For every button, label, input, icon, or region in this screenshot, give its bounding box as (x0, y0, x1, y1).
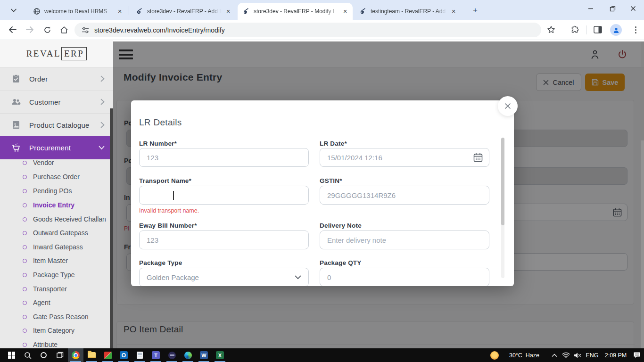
sidebar-item-order[interactable]: Order (0, 67, 113, 90)
modal-close-button[interactable] (498, 96, 518, 116)
browser-tab-2[interactable]: store3dev - RevalERP - Add Inv ✕ (131, 3, 236, 20)
forward-icon (26, 26, 34, 33)
sidebar-subitem-pending-pos[interactable]: Pending POs (0, 184, 110, 198)
sidebar-subitem-purchase-order[interactable]: Purchase Order (0, 170, 110, 184)
new-tab-button[interactable]: + (470, 5, 481, 16)
taskbar: O T W X 30°C Haze ENG 2:09 PM (0, 348, 644, 362)
close-icon (630, 6, 636, 11)
page-scrollbar[interactable] (641, 41, 644, 348)
taskbar-search-button[interactable] (20, 348, 35, 362)
transport-name-input[interactable] (139, 186, 309, 205)
sidebar-item-customer[interactable]: Customer (0, 90, 113, 113)
forward-button[interactable] (24, 23, 37, 36)
start-button[interactable] (4, 348, 19, 362)
transport-name-label: Transport Name* (139, 177, 191, 184)
lr-number-label: LR Number* (139, 140, 177, 147)
clock[interactable]: 2:09 PM (602, 348, 630, 362)
action-center-button[interactable] (631, 348, 643, 362)
globe-icon (33, 8, 41, 15)
subitem-label: Item Category (33, 327, 74, 334)
tab-title: store3dev - RevalERP - Add Inv (147, 8, 222, 15)
window-minimize-button[interactable] (580, 0, 602, 17)
home-button[interactable] (58, 23, 71, 36)
browser-tab-1[interactable]: welcome to Reval HRMS ✕ (28, 3, 127, 20)
window-close-button[interactable] (622, 0, 644, 17)
logo-text-box: ERP (61, 47, 87, 60)
sidebar-subitem-gate-pass-reason[interactable]: Gate Pass Reason (0, 310, 110, 324)
logo-text-main: Reval (26, 49, 61, 59)
sidebar-subitem-outward-gatepass[interactable]: Outward Gatepass (0, 226, 110, 240)
taskbar-notepad-button[interactable] (132, 348, 148, 362)
taskbar-teams-button[interactable]: T (148, 348, 164, 362)
sidebar-subitem-package-type[interactable]: Package Type (0, 268, 110, 282)
sidebar-subitem-agent[interactable]: Agent (0, 296, 110, 310)
taskbar-edge-button[interactable] (180, 348, 196, 362)
lr-date-input[interactable] (320, 148, 489, 167)
volume-button[interactable] (571, 348, 583, 362)
bullet-icon (23, 301, 27, 305)
browser-tab-strip: welcome to Reval HRMS ✕ store3dev - Reva… (0, 0, 644, 20)
sidebar-subitem-transporter[interactable]: Transporter (0, 282, 110, 296)
close-icon (504, 103, 511, 109)
package-type-select[interactable]: Golden Package (139, 268, 309, 286)
bullet-icon (23, 175, 27, 179)
calendar-icon[interactable] (473, 152, 483, 163)
star-icon (547, 25, 555, 34)
back-button[interactable] (6, 23, 19, 36)
refresh-button[interactable] (41, 23, 54, 36)
eway-bill-input[interactable] (139, 230, 309, 249)
sidebar-scrollbar[interactable] (110, 108, 113, 348)
side-panel-button[interactable] (591, 23, 604, 36)
gstin-input[interactable] (320, 186, 489, 205)
taskbar-media-app-button[interactable] (100, 348, 116, 362)
address-bar[interactable]: store3dev.revalweb.com/InvoiceEntry/modi… (74, 23, 541, 37)
taskbar-outlook-button[interactable]: O (116, 348, 132, 362)
tray-expand-button[interactable] (549, 348, 560, 362)
tab-search-button[interactable] (8, 4, 20, 16)
bullet-icon (23, 245, 27, 249)
taskbar-excel-button[interactable]: X (212, 348, 228, 362)
sidebar-subitem-item-category[interactable]: Item Category (0, 323, 110, 337)
window-restore-button[interactable] (602, 0, 623, 17)
package-qty-input[interactable] (320, 268, 489, 286)
wifi-button[interactable] (560, 348, 571, 362)
tab-close-icon[interactable]: ✕ (224, 8, 232, 15)
lr-number-input[interactable] (139, 148, 309, 167)
task-view-button[interactable] (52, 348, 67, 362)
weather-widget[interactable]: 30°C Haze (502, 348, 547, 362)
sidebar-subitem-vendor[interactable]: Vendor (0, 156, 110, 170)
sidebar-subitem-item-master[interactable]: Item Master (0, 254, 110, 268)
lr-details-modal: LR Details LR Number* LR Date* Transport… (131, 100, 514, 286)
tab-close-icon[interactable]: ✕ (341, 8, 349, 15)
tab-close-icon[interactable]: ✕ (450, 8, 457, 15)
delivery-note-input[interactable] (320, 230, 489, 249)
browser-tab-active[interactable]: store3dev - RevalERP - Modify I ✕ (238, 3, 353, 20)
browser-menu-button[interactable] (632, 24, 639, 36)
sidebar-subitem-invoice-entry[interactable]: Invoice Entry (0, 198, 110, 212)
browser-tab-4[interactable]: testingteam - RevalERP - Add V ✕ (355, 3, 461, 20)
modal-title: LR Details (139, 117, 182, 128)
edge-icon (184, 352, 192, 359)
extensions-button[interactable] (568, 23, 581, 36)
weather-icon (488, 348, 501, 362)
profile-avatar[interactable] (610, 24, 622, 36)
sidebar-subitem-goods-received-challan[interactable]: Goods Received Challan (0, 212, 110, 226)
taskbar-chrome-button[interactable] (68, 348, 83, 362)
bookmark-button[interactable] (545, 23, 558, 36)
taskbar-word-button[interactable]: W (196, 348, 212, 362)
tab-separator (129, 6, 129, 15)
chevron-right-icon (100, 122, 105, 128)
puzzle-icon (570, 25, 579, 34)
chevron-up-icon (552, 354, 557, 357)
language-indicator[interactable]: ENG (584, 348, 601, 362)
outlook-icon: O (120, 351, 128, 359)
sidebar-item-product-catalogue[interactable]: Product Catalogue (0, 113, 113, 136)
cortana-button[interactable] (36, 348, 51, 362)
weather-desc: Haze (526, 352, 539, 359)
modal-scrollbar[interactable] (501, 138, 504, 278)
taskbar-file-explorer-button[interactable] (84, 348, 99, 362)
taskbar-eclipse-button[interactable] (164, 348, 180, 362)
tab-close-icon[interactable]: ✕ (116, 8, 124, 15)
sidebar-subitem-inward-gatepass[interactable]: Inward Gatepass (0, 240, 110, 254)
users-icon (11, 97, 21, 107)
